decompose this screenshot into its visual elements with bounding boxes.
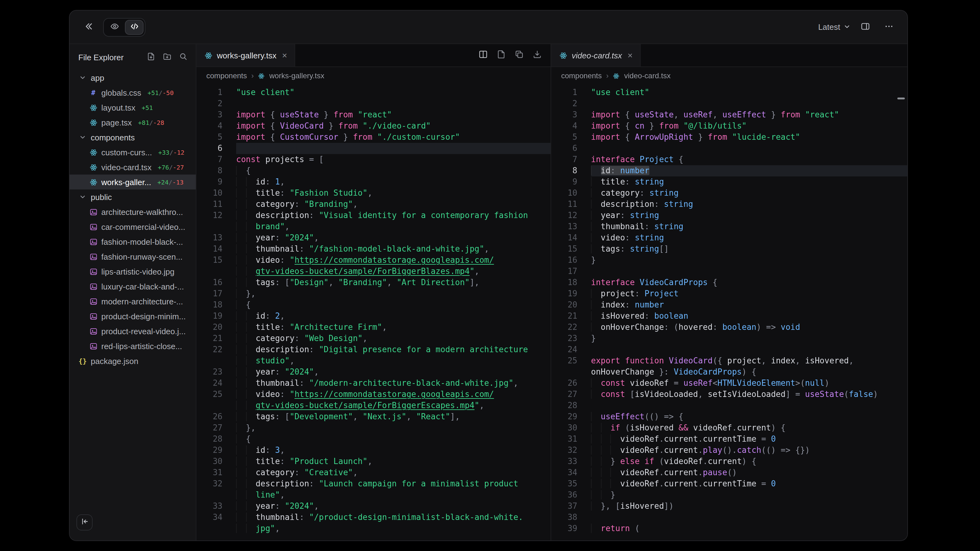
code-line[interactable]: 20 index: number xyxy=(551,299,907,311)
code-line[interactable]: 6 xyxy=(196,143,550,154)
code-line[interactable]: 22 description: "Digital presence for a … xyxy=(196,344,550,355)
code-line[interactable]: 22 onHoverChange: (hovered: boolean) => … xyxy=(551,322,907,333)
version-dropdown[interactable]: Latest xyxy=(818,22,850,32)
code-line[interactable]: jpg", xyxy=(196,523,550,534)
breadcrumb-file[interactable]: video-card.tsx xyxy=(624,71,671,80)
code-line[interactable]: 25export function VideoCard({ project, i… xyxy=(551,355,907,367)
code-line[interactable]: 15 tags: string[] xyxy=(551,243,907,255)
code-line[interactable]: 12 year: string xyxy=(551,210,907,221)
tree-file-page-tsx[interactable]: page.tsx+81/-28 xyxy=(70,115,196,130)
download-file-button[interactable] xyxy=(533,50,542,61)
breadcrumb-file[interactable]: works-gallery.tsx xyxy=(269,71,325,80)
code-line[interactable]: 27 }, xyxy=(196,422,550,433)
code-line[interactable]: 1"use client" xyxy=(196,87,550,98)
code-line[interactable]: 10 category: string xyxy=(551,187,907,199)
code-line[interactable]: 26 tags: ["Development", "Next.js", "Rea… xyxy=(196,411,550,422)
code-line[interactable]: 3import { useState, useRef, useEffect } … xyxy=(551,110,907,121)
code-line[interactable]: 38 xyxy=(551,512,907,523)
code-line[interactable]: 39 return ( xyxy=(551,523,907,534)
code-line[interactable]: 31 videoRef.current.currentTime = 0 xyxy=(551,433,907,445)
tree-file-package-json[interactable]: {}package.json xyxy=(70,354,196,368)
code-line[interactable]: 28 { xyxy=(196,433,550,445)
code-line[interactable]: 28 xyxy=(551,400,907,411)
code-line[interactable]: 8 { xyxy=(196,165,550,176)
tree-file-fashion-runway-scen[interactable]: fashion-runway-scen... xyxy=(70,249,196,264)
tree-file-modern-architecture[interactable]: modern-architecture-... xyxy=(70,294,196,309)
tree-folder-app[interactable]: app xyxy=(70,70,196,85)
code-line[interactable]: 37 }, [isHovered]) xyxy=(551,501,907,512)
code-line[interactable]: 17 xyxy=(551,266,907,277)
tree-file-red-lips-artistic-close[interactable]: red-lips-artistic-close... xyxy=(70,338,196,354)
tree-file-architecture-walkthro[interactable]: architecture-walkthro... xyxy=(70,204,196,219)
code-line[interactable]: 24 xyxy=(551,344,907,355)
tree-file-video-card-tsx[interactable]: video-card.tsx+76/-27 xyxy=(70,160,196,175)
code-line[interactable]: 34 thumbnail: "/product-design-minimalis… xyxy=(196,512,550,523)
code-line[interactable]: 33 year: "2024", xyxy=(196,501,550,512)
code-line[interactable]: 25 video: "https://commondatastorage.goo… xyxy=(196,389,550,400)
code-line[interactable]: 30 title: "Product Launch", xyxy=(196,456,550,467)
more-options-button[interactable] xyxy=(880,18,897,36)
code-line[interactable]: 13 thumbnail: string xyxy=(551,221,907,232)
code-line[interactable]: 14 video: string xyxy=(551,232,907,243)
code-line[interactable]: 11 description: string xyxy=(551,199,907,210)
code-line[interactable]: 5import { ArrowUpRight } from "lucide-re… xyxy=(551,132,907,143)
tree-folder-public[interactable]: public xyxy=(70,189,196,204)
code-line[interactable]: 21 isHovered: boolean xyxy=(551,311,907,322)
code-line[interactable]: onHoverChange }: VideoCardProps) { xyxy=(551,367,907,378)
code-line[interactable]: 24 thumbnail: "/modern-architecture-blac… xyxy=(196,378,550,389)
breadcrumb-folder[interactable]: components xyxy=(561,71,602,80)
code-view-button[interactable] xyxy=(125,19,143,35)
code-line[interactable]: 26 const videoRef = useRef<HTMLVideoElem… xyxy=(551,378,907,389)
preview-view-button[interactable] xyxy=(105,19,124,35)
code-line[interactable]: 16 tags: ["Design", "Branding", "Art Dir… xyxy=(196,277,550,288)
code-line[interactable]: 1"use client" xyxy=(551,87,907,98)
code-line[interactable]: 6 xyxy=(551,143,907,154)
tree-file-globals-css[interactable]: #globals.css+51/-50 xyxy=(70,85,196,100)
code-line[interactable]: 18 { xyxy=(196,299,550,311)
code-line[interactable]: 10 title: "Fashion Studio", xyxy=(196,187,550,199)
close-tab-icon[interactable]: × xyxy=(628,51,633,60)
code-line[interactable]: brand", xyxy=(196,221,550,232)
code-line[interactable]: 18interface VideoCardProps { xyxy=(551,277,907,288)
code-line[interactable]: gtv-videos-bucket/sample/ForBiggerEscape… xyxy=(196,400,550,411)
new-file-button[interactable] xyxy=(143,50,159,65)
code-line[interactable]: 29 useEffect(() => { xyxy=(551,411,907,422)
close-tab-icon[interactable]: × xyxy=(282,51,287,60)
code-line[interactable]: 7const projects = [ xyxy=(196,154,550,165)
tree-folder-components[interactable]: components xyxy=(70,130,196,145)
code-line[interactable]: 17 }, xyxy=(196,288,550,299)
tree-file-lips-artistic-video-jpg[interactable]: lips-artistic-video.jpg xyxy=(70,264,196,279)
code-line[interactable]: 8 id: number xyxy=(551,165,907,176)
code-line[interactable]: 4import { cn } from "@/lib/utils" xyxy=(551,121,907,132)
code-line[interactable]: 13 year: "2024", xyxy=(196,232,550,243)
code-line[interactable]: 11 category: "Branding", xyxy=(196,199,550,210)
code-line[interactable]: 20 title: "Architecture Firm", xyxy=(196,322,550,333)
code-line[interactable]: 9 id: 1, xyxy=(196,176,550,187)
code-line[interactable]: line", xyxy=(196,489,550,501)
code-line[interactable]: gtv-videos-bucket/sample/ForBiggerBlazes… xyxy=(196,266,550,277)
code-line[interactable]: 14 thumbnail: "/fashion-model-black-and-… xyxy=(196,243,550,255)
code-line[interactable]: 19 project: Project xyxy=(551,288,907,299)
code-line[interactable]: 23} xyxy=(551,333,907,344)
code-line[interactable]: 12 description: "Visual identity for a c… xyxy=(196,210,550,221)
code-line[interactable]: 15 video: "https://commondatastorage.goo… xyxy=(196,255,550,266)
code-line[interactable]: 30 if (isHovered && videoRef.current) { xyxy=(551,422,907,433)
code-line[interactable]: 34 videoRef.current.pause() xyxy=(551,467,907,478)
code-line[interactable]: 19 id: 2, xyxy=(196,311,550,322)
tree-file-works-galler[interactable]: works-galler...+24/-13 xyxy=(70,175,196,189)
tree-file-luxury-car-black-and[interactable]: luxury-car-black-and-... xyxy=(70,279,196,294)
code-line[interactable]: 35 videoRef.current.currentTime = 0 xyxy=(551,478,907,489)
tree-file-product-design-minim[interactable]: product-design-minim... xyxy=(70,309,196,324)
scrollbar-thumb[interactable] xyxy=(897,97,905,99)
code-line[interactable]: 33 } else if (videoRef.current) { xyxy=(551,456,907,467)
code-line[interactable]: 31 category: "Creative", xyxy=(196,467,550,478)
code-editor-video-card[interactable]: 1"use client"23import { useState, useRef… xyxy=(551,84,907,540)
tree-file-layout-tsx[interactable]: layout.tsx+51 xyxy=(70,100,196,115)
layout-panel-button[interactable] xyxy=(856,18,874,36)
code-line[interactable]: 7interface Project { xyxy=(551,154,907,165)
code-line[interactable]: 4import { VideoCard } from "./video-card… xyxy=(196,121,550,132)
tab-works-gallery[interactable]: works-gallery.tsx × xyxy=(196,44,295,67)
code-line[interactable]: 5import { CustomCursor } from "./custom-… xyxy=(196,132,550,143)
code-line[interactable]: 16} xyxy=(551,255,907,266)
code-line[interactable]: 27 const [isVideoLoaded, setIsVideoLoade… xyxy=(551,389,907,400)
